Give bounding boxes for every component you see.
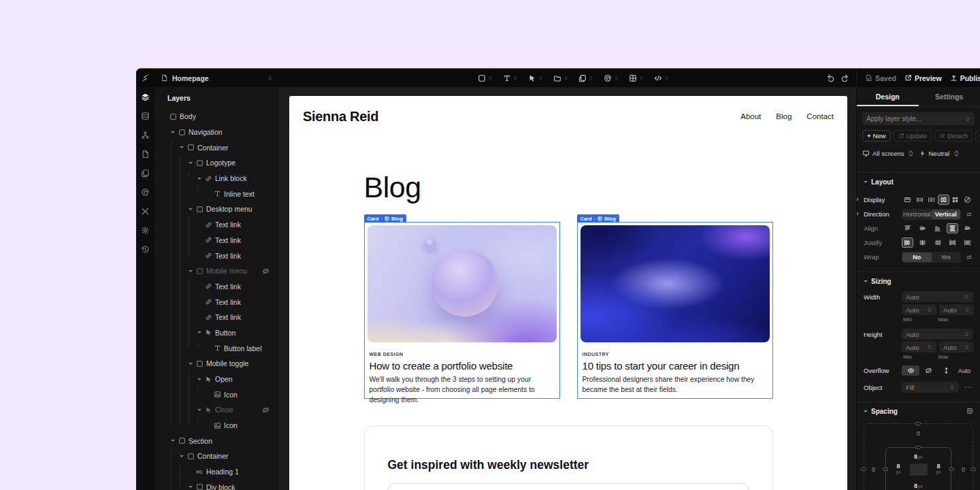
margin-right-value[interactable]: 0 [962,466,965,473]
justify-justify-start-button[interactable] [902,238,913,248]
expand-caret-icon[interactable] [187,270,193,272]
overflow-eye-button[interactable] [902,365,919,376]
layer-row-navigation[interactable]: Navigation [154,125,279,140]
height-max-select[interactable]: Auto [939,342,974,353]
display-display-flex-button[interactable] [938,195,949,205]
layer-row-text-link[interactable]: Text link [154,233,279,248]
margin-right-handle[interactable] [970,468,976,471]
justify-justify-between-button[interactable] [947,238,958,248]
swap-icon[interactable] [964,254,973,261]
overflow-eye-off-button[interactable] [919,365,937,376]
layer-row-container[interactable]: Container [154,140,279,155]
blog-card[interactable]: Card·BlogWEB DESIGNHow to create a portf… [364,222,560,399]
layer-row-container[interactable]: Container [154,448,279,464]
tool-text-button[interactable] [497,69,523,87]
layer-row-desktop-menu[interactable]: Desktop menu [154,201,279,217]
width-max-select[interactable]: Auto [939,304,974,315]
height-min-select[interactable]: Auto [902,342,936,353]
publish-button[interactable]: Publish [950,74,980,82]
rail-gear-button[interactable] [141,226,150,235]
component-badge[interactable]: Card·Blog [577,214,619,223]
more-styles-button[interactable]: ··· [975,130,980,142]
tool-spiral-button[interactable] [598,69,623,87]
layer-row-text-link[interactable]: Text link [154,248,279,263]
width-select[interactable]: Auto [902,291,973,302]
expand-caret-icon[interactable] [196,409,202,411]
wrap-yes[interactable]: Yes [932,252,961,262]
layer-row-inline-text[interactable]: Inline text [154,186,279,201]
nav-link-about[interactable]: About [740,112,761,120]
nav-link-blog[interactable]: Blog [776,112,791,120]
tool-box-button[interactable] [472,69,497,87]
justify-justify-around-button[interactable] [962,238,973,248]
tool-code-button[interactable] [649,69,674,87]
email-input[interactable] [388,483,749,490]
rail-database-button[interactable] [141,112,150,120]
eye-off-icon[interactable] [262,267,270,275]
layer-row-close[interactable]: Close [154,402,279,418]
tab-settings[interactable]: Settings [919,87,980,106]
rail-spiral-button[interactable] [141,188,150,197]
layer-row-heading-1[interactable]: H1Heading 1 [154,464,279,480]
breakpoint-select[interactable]: All screens [862,150,919,157]
expand-caret-icon[interactable] [196,378,202,380]
height-select[interactable]: Auto [902,329,973,340]
align-align-end-button[interactable] [932,223,943,233]
padding-left-handle[interactable] [883,468,888,471]
swap-icon[interactable] [964,211,973,218]
layer-row-text-link[interactable]: Text link [154,217,279,233]
layer-row-link-block[interactable]: Link block [154,171,279,186]
tool-table-button[interactable] [623,69,649,87]
align-align-start-button[interactable] [902,223,913,233]
display-display-grid-button[interactable] [949,195,961,205]
layer-row-text-link[interactable]: Text link [154,294,279,310]
layer-row-div-block[interactable]: Div block [154,480,279,490]
padding-right-handle[interactable] [949,468,954,471]
state-select[interactable]: Neutral [919,150,975,157]
new-style-button[interactable]: +New [862,130,891,142]
expand-caret-icon[interactable] [169,131,176,133]
layer-row-body[interactable]: Body [154,109,279,125]
justify-justify-center-button[interactable] [917,238,928,248]
detach-style-button[interactable]: Detach [934,130,973,142]
undo-button[interactable] [826,74,835,82]
expand-caret-icon[interactable] [169,440,176,442]
padding-bottom-value[interactable]: 8px [864,483,973,489]
card-title[interactable]: How to create a portfolio website [370,360,553,372]
card-title[interactable]: 10 tips to start your career in design [583,360,766,372]
layer-row-text-link[interactable]: Text link [154,279,279,295]
expand-caret-icon[interactable] [187,208,193,210]
expand-caret-icon[interactable] [178,146,184,148]
overflow-scroll-v-button[interactable] [938,365,956,376]
content-box[interactable] [910,463,928,476]
margin-left-handle[interactable] [861,468,866,471]
margin-top-handle[interactable] [915,422,921,425]
layer-row-mobile-toggle[interactable]: Mobile toggle [154,356,279,372]
margin-top-value[interactable]: 0 [864,430,973,437]
layer-row-text-link[interactable]: Text link [154,310,279,325]
margin-left-value[interactable]: 0 [872,466,875,473]
sizing-section-header[interactable]: Sizing [864,272,973,290]
padding-top-handle[interactable] [915,446,921,449]
component-badge[interactable]: Card·Blog [364,214,406,223]
rail-tools-button[interactable] [141,207,150,216]
display-display-inline-button[interactable] [926,195,937,205]
site-logo-text[interactable]: Sienna Reid [303,109,378,125]
app-logo-icon[interactable] [136,69,154,87]
width-min-select[interactable]: Auto [902,304,936,315]
layer-row-icon[interactable]: Icon [154,418,279,434]
direction-horizontal[interactable]: Horizontal [902,210,932,219]
rail-nodes-button[interactable] [141,131,150,140]
preview-button[interactable]: Preview [904,74,942,82]
align-align-baseline-button[interactable] [962,223,973,233]
apply-layer-style-select[interactable]: Apply layer style... [862,112,975,125]
padding-right-value[interactable]: 8px [932,463,945,475]
object-fit-select[interactable]: Fill [902,382,959,393]
page-preview[interactable]: Sienna Reid About Blog Contact Blog Card… [289,96,847,490]
expand-caret-icon[interactable] [187,162,193,164]
expand-caret-icon[interactable] [196,178,202,180]
tab-design[interactable]: Design [857,87,919,106]
update-style-button[interactable]: Update [894,130,932,142]
layer-row-open[interactable]: Open [154,372,279,387]
rail-page-button[interactable] [141,150,150,159]
